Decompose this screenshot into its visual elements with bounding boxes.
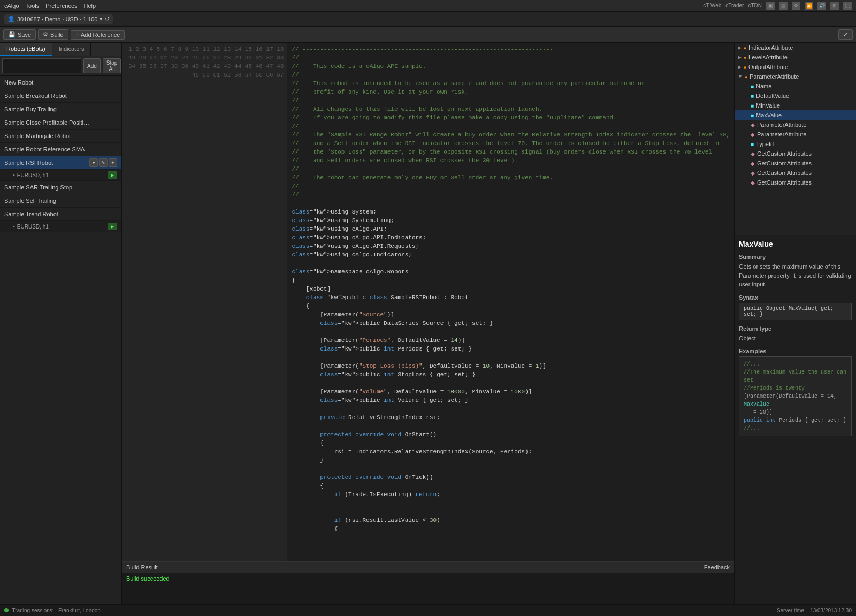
rtree-item[interactable]: ▼ ♦ ParameterAttribute	[735, 72, 856, 81]
bullet-icon: •	[13, 223, 15, 230]
item-add-btn[interactable]: +	[109, 145, 117, 154]
rtree-item-maxvalue[interactable]: ■ MaxValue	[735, 110, 856, 120]
list-item[interactable]: Sample SAR Trailing Stop ▾ ✎ +	[0, 181, 121, 194]
item-config-btn[interactable]: ▾	[89, 145, 98, 154]
item-edit-btn[interactable]: ✎	[99, 183, 108, 192]
item-add-btn[interactable]: +	[109, 210, 117, 218]
item-config-btn[interactable]: ▾	[89, 105, 98, 113]
item-config-btn[interactable]: ▾	[89, 118, 98, 127]
list-item[interactable]: Sample Buy Trailing ▾ ✎ +	[0, 103, 121, 116]
rtree-item[interactable]: ■ DefaultValue	[735, 91, 856, 101]
play-button[interactable]: ▶	[108, 223, 117, 230]
rtree-item[interactable]: ▶ ♦ OutputAttribute	[735, 62, 856, 72]
rtree-item[interactable]: ▶ ♦ IndicatorAttribute	[735, 43, 856, 52]
item-config-btn[interactable]: ▾	[89, 196, 98, 205]
item-add-btn[interactable]: +	[109, 132, 117, 140]
icon-monitor[interactable]: ▣	[766, 2, 775, 10]
item-add-btn[interactable]: +	[109, 183, 117, 192]
rtree-label: ParameterAttribute	[757, 121, 806, 128]
item-config-btn[interactable]: ▾	[89, 78, 98, 87]
menu-calgo[interactable]: cAlgo	[4, 3, 19, 9]
feedback-button[interactable]: Feedback	[704, 564, 730, 571]
menu-help[interactable]: Help	[84, 3, 96, 9]
item-config-btn[interactable]: ▾	[89, 183, 98, 192]
link-ctdn[interactable]: cTDN	[748, 3, 762, 9]
list-item[interactable]: Sample RSI Robot ▾ ✎ +	[0, 156, 121, 170]
item-config-btn[interactable]: ▾	[89, 158, 98, 167]
icon-layout[interactable]: ⊞	[830, 2, 839, 10]
rtree-item[interactable]: ◆ GetCustomAttributes	[735, 158, 856, 168]
toolbar-maximize[interactable]: ⤢	[838, 29, 853, 40]
rtree-item[interactable]: ■ MinValue	[735, 101, 856, 110]
list-item[interactable]: New Robot ▾ ✎ +	[0, 76, 121, 89]
item-add-btn[interactable]: +	[109, 196, 117, 205]
list-item[interactable]: Sample Close Profitable Positions ▾ ✎ +	[0, 116, 121, 130]
menu-preferences[interactable]: Preferences	[45, 3, 77, 9]
tab-indicators[interactable]: Indicators	[52, 43, 91, 56]
item-edit-btn[interactable]: ✎	[99, 196, 108, 205]
return-type-heading: Return type	[739, 325, 852, 332]
rtree-label: Name	[756, 83, 771, 89]
expand-icon[interactable]: ▶	[738, 55, 742, 60]
item-config-btn[interactable]: ▾	[89, 132, 98, 140]
code-editor[interactable]: 1 2 3 4 5 6 7 8 9 10 11 12 13 14 15 16 1…	[122, 43, 734, 561]
item-edit-btn[interactable]: ✎	[99, 158, 108, 167]
item-edit-btn[interactable]: ✎	[99, 92, 108, 100]
sessions-value: Frankfurt, London	[58, 607, 101, 613]
item-edit-btn[interactable]: ✎	[99, 105, 108, 113]
icon-settings[interactable]: ⚙	[792, 2, 800, 10]
tab-robots[interactable]: Robots (cBots)	[0, 43, 52, 56]
add-reference-button[interactable]: + Add Reference	[71, 30, 125, 40]
item-edit-btn[interactable]: ✎	[99, 132, 108, 140]
item-add-btn[interactable]: +	[109, 78, 117, 87]
item-add-btn[interactable]: +	[109, 92, 117, 100]
item-add-btn[interactable]: +	[109, 158, 117, 167]
icon-signal[interactable]: 📶	[805, 2, 813, 10]
sidebar-tabs: Robots (cBots) Indicators	[0, 43, 121, 56]
item-add-btn[interactable]: +	[109, 118, 117, 127]
expand-icon[interactable]: ▼	[738, 74, 743, 79]
item-edit-btn[interactable]: ✎	[99, 118, 108, 127]
item-config-btn[interactable]: ▾	[89, 92, 98, 100]
rtree-item[interactable]: ■ TypeId	[735, 139, 856, 149]
account-selector[interactable]: 👤 3010687 · Demo · USD · 1:100 ▾ ↺	[4, 14, 113, 24]
list-sub-item[interactable]: • EURUSD, h1 ▶	[0, 221, 121, 232]
item-edit-btn[interactable]: ✎	[99, 145, 108, 154]
refresh-icon[interactable]: ↺	[105, 16, 110, 22]
rtree-item[interactable]: ■ Name	[735, 81, 856, 91]
item-add-btn[interactable]: +	[109, 105, 117, 113]
item-edit-btn[interactable]: ✎	[99, 78, 108, 87]
summary-heading: Summary	[739, 254, 852, 260]
icon-expand[interactable]: ⛶	[843, 2, 852, 10]
expand-icon[interactable]: ▶	[738, 45, 742, 50]
item-config-btn[interactable]: ▾	[89, 210, 98, 218]
link-ctweb[interactable]: cT Web	[703, 3, 721, 9]
icon-chart[interactable]: ▤	[779, 2, 788, 10]
code-content[interactable]: // -------------------------------------…	[287, 43, 734, 561]
main-layout: Robots (cBots) Indicators Add Stop All N…	[0, 43, 856, 604]
rtree-item[interactable]: ◆ GetCustomAttributes	[735, 178, 856, 187]
list-item[interactable]: Sample Breakout Robot ▾ ✎ +	[0, 89, 121, 103]
build-button[interactable]: ⚙ Build	[38, 29, 68, 40]
stop-all-button[interactable]: Stop All	[103, 58, 121, 73]
list-item[interactable]: Sample Martingale Robot ▾ ✎ +	[0, 130, 121, 143]
rtree-item[interactable]: ◆ GetCustomAttributes	[735, 149, 856, 158]
play-button[interactable]: ▶	[108, 171, 117, 179]
rtree-item[interactable]: ◆ GetCustomAttributes	[735, 168, 856, 178]
list-item[interactable]: Sample Trend Robot ▾ ✎ +	[0, 208, 121, 221]
rtree-item[interactable]: ◆ ParameterAttribute	[735, 130, 856, 139]
add-robot-button[interactable]: Add	[83, 58, 101, 73]
rtree-item[interactable]: ◆ ParameterAttribute	[735, 120, 856, 130]
list-item[interactable]: Sample Sell Trailing ▾ ✎ +	[0, 194, 121, 208]
list-item[interactable]: Sample Robot Reference SMA ▾ ✎ +	[0, 143, 121, 156]
build-result-tab[interactable]: Build Result	[126, 564, 158, 571]
rtree-item[interactable]: ▶ ♦ LevelsAttribute	[735, 52, 856, 62]
menu-tools[interactable]: Tools	[26, 3, 40, 9]
expand-icon[interactable]: ▶	[738, 64, 742, 70]
search-input[interactable]	[2, 58, 81, 73]
link-ctrader[interactable]: cTrader	[725, 3, 744, 9]
save-button[interactable]: 💾 Save	[3, 29, 36, 40]
icon-volume[interactable]: 🔊	[817, 2, 826, 10]
list-sub-item[interactable]: • EURUSD, h1 ▶	[0, 170, 121, 181]
item-edit-btn[interactable]: ✎	[99, 210, 108, 218]
